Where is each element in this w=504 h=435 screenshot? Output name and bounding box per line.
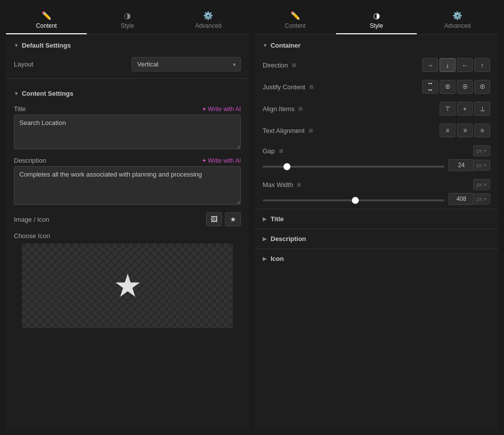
description-section-arrow: ▶ — [263, 236, 267, 242]
gap-unit-arrow: ▼ — [483, 149, 487, 153]
max-width-unit-badge[interactable]: px ▼ — [473, 193, 490, 204]
arrow-down-container: ▼ — [263, 43, 268, 48]
title-ai-label: Write with AI — [208, 106, 241, 113]
description-section: ▶ Description — [255, 229, 498, 249]
text-align-center-btn[interactable]: ≡ — [457, 124, 473, 137]
gap-label-area: Gap 🖥 — [263, 147, 327, 155]
max-width-unit-label[interactable]: px ▼ — [473, 179, 490, 190]
title-section-label: Title — [271, 215, 284, 223]
arrow-down-default: ▼ — [14, 43, 19, 48]
justify-btn-3[interactable]: ⦿ — [457, 80, 473, 94]
default-settings-label: Default Settings — [22, 42, 71, 49]
choose-icon-label-row: Choose Icon — [14, 232, 241, 240]
max-width-slider[interactable] — [263, 199, 445, 201]
justify-label-area: Justify Content 🖥 — [263, 83, 327, 91]
tab-style-label-left: Style — [121, 22, 134, 29]
star-preview-icon: ★ — [113, 267, 142, 304]
description-label: Description — [14, 157, 46, 164]
text-align-label: Text Alignment — [263, 127, 305, 134]
content-settings-label: Content Settings — [22, 90, 73, 97]
description-label-row: Description ✦ Write with AI — [14, 157, 241, 164]
title-ai-button[interactable]: ✦ Write with AI — [202, 106, 241, 113]
gap-label: Gap — [263, 147, 275, 155]
tab-content-left[interactable]: ✏️ Content — [6, 6, 87, 34]
tab-style-label-right: Style — [370, 22, 383, 29]
gap-monitor-icon: 🖥 — [278, 148, 283, 154]
gap-unit-label[interactable]: px ▼ — [473, 145, 490, 156]
layout-row: Layout Vertical Horizontal ▼ — [6, 54, 249, 74]
align-btn-bottom[interactable]: ⊥ — [474, 102, 490, 116]
max-width-unit-text: px — [476, 182, 482, 187]
justify-btn-2[interactable]: ⦿ — [440, 80, 455, 94]
image-button[interactable]: 🖼 — [206, 212, 222, 226]
justify-btn-1[interactable]: ⦁⦁⦁⦁ — [422, 80, 438, 94]
max-width-value-input: px ▼ — [448, 193, 490, 205]
tab-advanced-left[interactable]: ⚙️ Advanced — [168, 6, 249, 34]
text-align-left-btn[interactable]: ≡ — [440, 124, 455, 137]
tab-style-right[interactable]: ◑ Style — [336, 6, 417, 34]
max-width-label: Max Width — [263, 181, 293, 188]
gap-value-field[interactable] — [448, 159, 473, 171]
title-section-header[interactable]: ▶ Title — [255, 209, 498, 229]
align-items-row: Align Items 🖥 ⊤ + ⊥ — [255, 98, 498, 120]
max-width-monitor-icon: 🖥 — [296, 182, 301, 187]
max-width-unit-arrow: ▼ — [483, 183, 487, 187]
tab-style-left[interactable]: ◑ Style — [87, 6, 168, 34]
description-ai-button[interactable]: ✦ Write with AI — [202, 157, 241, 164]
text-align-right-btn[interactable]: ≡ — [474, 124, 490, 137]
icon-section: ▶ Icon — [255, 249, 498, 268]
icon-section-header[interactable]: ▶ Icon — [255, 249, 498, 268]
text-alignment-row: Text Alignment 🖥 ≡ ≡ ≡ — [255, 120, 498, 141]
gear-icon-right: ⚙️ — [452, 11, 462, 20]
max-width-slider-row: px ▼ — [255, 191, 498, 209]
ai-sparkle-icon-desc: ✦ — [202, 157, 207, 164]
align-label: Align Items — [263, 105, 294, 113]
layout-select[interactable]: Vertical Horizontal — [132, 57, 241, 71]
tab-content-label-left: Content — [36, 22, 57, 29]
image-icon-buttons: 🖼 ★ — [206, 212, 241, 226]
tab-advanced-label-right: Advanced — [444, 22, 470, 29]
justify-content-row: Justify Content 🖥 ⦁⦁⦁⦁ ⦿ ⦿ ⦿ — [255, 76, 498, 98]
description-field-wrapper: Description ✦ Write with AI — [6, 154, 249, 209]
gap-slider-track — [263, 162, 445, 169]
text-align-label-area: Text Alignment 🖥 — [263, 127, 327, 134]
right-tabs: ✏️ Content ◑ Style ⚙️ Advanced — [255, 6, 498, 35]
direction-right-btn[interactable]: → — [422, 58, 438, 72]
title-input[interactable] — [14, 115, 241, 149]
text-align-monitor-icon: 🖥 — [308, 127, 313, 133]
title-field-wrapper: Title ✦ Write with AI — [6, 102, 249, 154]
left-tabs: ✏️ Content ◑ Style ⚙️ Advanced — [6, 6, 249, 35]
direction-label: Direction — [263, 62, 288, 69]
star-button[interactable]: ★ — [225, 212, 241, 226]
layout-select-wrapper: Vertical Horizontal ▼ — [132, 57, 241, 71]
gap-slider-row: px ▼ — [255, 157, 498, 175]
max-width-value-field[interactable] — [448, 193, 473, 205]
tab-advanced-right[interactable]: ⚙️ Advanced — [417, 6, 498, 34]
direction-monitor-icon: 🖥 — [291, 62, 296, 68]
align-label-area: Align Items 🖥 — [263, 105, 327, 113]
right-panel: ✏️ Content ◑ Style ⚙️ Advanced ▼ Contain… — [255, 6, 498, 429]
tab-content-right[interactable]: ✏️ Content — [255, 6, 336, 34]
ai-sparkle-icon-title: ✦ — [202, 106, 207, 113]
direction-label-area: Direction 🖥 — [263, 62, 327, 69]
icon-preview-area[interactable]: ★ — [22, 244, 233, 328]
arrow-down-content: ▼ — [14, 91, 19, 96]
justify-btn-4[interactable]: ⦿ — [474, 80, 490, 94]
justify-label: Justify Content — [263, 83, 305, 91]
title-label: Title — [14, 105, 26, 113]
direction-up-btn[interactable]: ↑ — [474, 58, 490, 72]
direction-left-btn[interactable]: ← — [457, 58, 473, 72]
description-section-header[interactable]: ▶ Description — [255, 229, 498, 249]
max-width-slider-wrapper: px ▼ — [263, 193, 490, 205]
title-section: ▶ Title — [255, 209, 498, 229]
gap-unit-badge[interactable]: px ▼ — [473, 160, 490, 171]
gap-slider[interactable] — [263, 166, 445, 168]
description-input[interactable] — [14, 166, 241, 205]
image-icon-row: Image / Icon 🖼 ★ — [6, 209, 249, 229]
tab-content-label-right: Content — [285, 22, 306, 29]
align-btn-top[interactable]: ⊤ — [440, 102, 455, 116]
container-label: Container — [271, 42, 301, 49]
direction-row: Direction 🖥 → ↓ ← ↑ — [255, 54, 498, 76]
direction-down-btn[interactable]: ↓ — [440, 58, 455, 72]
align-btn-center[interactable]: + — [457, 102, 473, 116]
